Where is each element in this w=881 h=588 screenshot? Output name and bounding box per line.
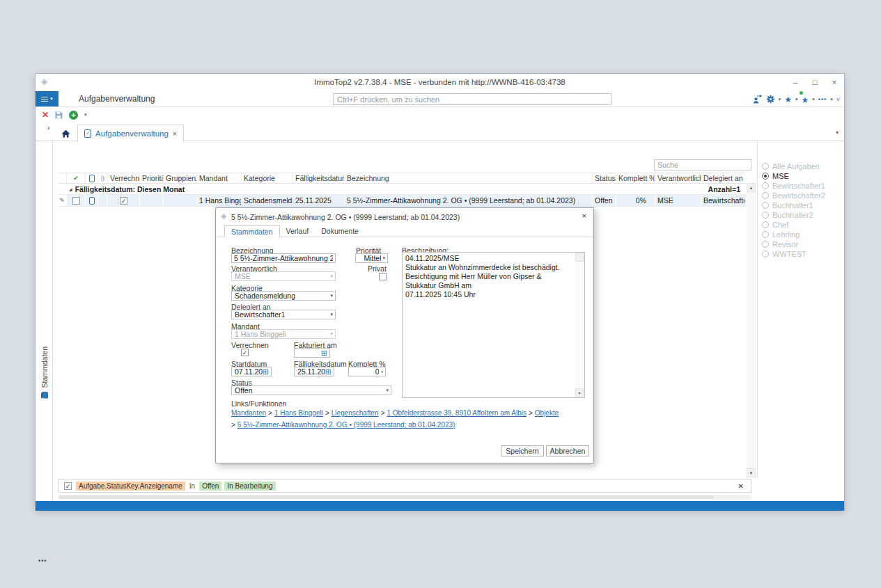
prioritaet-cell[interactable] <box>140 195 164 206</box>
filter-enabled-checkbox[interactable]: ✓ <box>64 482 72 490</box>
mandant-cell[interactable]: 1 Hans Binggeli <box>197 195 242 206</box>
more-dropdown-icon[interactable]: ▾ <box>830 97 833 102</box>
user-filter-revisor[interactable]: Revisor <box>762 240 798 248</box>
user-filter-wwtest[interactable]: WWTEST <box>762 250 806 258</box>
user-filter-alle-aufgaben[interactable]: Alle Aufgaben <box>762 162 820 170</box>
breadcrumb-link-objekte[interactable]: Objekte <box>535 409 559 417</box>
more-actions-icon[interactable]: ••• <box>818 96 827 103</box>
gruppierung-cell[interactable] <box>164 195 197 206</box>
faelligkeitsdatum-date-input[interactable]: 25.11.2025⊞ <box>294 367 334 376</box>
col-prioritaet[interactable]: Priorität <box>140 173 164 183</box>
col-kategorie[interactable]: Kategorie <box>242 173 293 183</box>
calendar-icon[interactable]: ⊞ <box>263 368 269 376</box>
startdatum-date-input[interactable]: 07.11.2025⊞ <box>231 367 272 376</box>
verrechnen-checkbox[interactable]: ✓ <box>120 197 127 205</box>
delegiert-select[interactable]: Bewirtschafter1▾ <box>231 310 336 319</box>
breadcrumb-link-liegenschaften[interactable]: Liegenschaften <box>332 409 379 417</box>
list-search-input[interactable] <box>654 159 751 170</box>
prioritaet-select[interactable]: Mittel▾ <box>355 253 388 263</box>
user-filter-bewirtschafter1[interactable]: Bewirtschafter1 <box>762 182 825 190</box>
done-cell[interactable] <box>67 195 86 206</box>
add-dropdown-icon[interactable]: ▾ <box>84 112 87 118</box>
breadcrumb-link-liegenschaft[interactable]: 1 Obfelderstrasse 39, 8910 Affoltern am … <box>387 409 527 417</box>
tab-list-dropdown-icon[interactable]: ▾ <box>836 129 839 136</box>
rail-overflow-icon[interactable]: ••• <box>38 557 47 564</box>
filter-field-tag[interactable]: Aufgabe.StatusKey.Anzeigename <box>76 482 185 491</box>
kategorie-cell[interactable]: Schadensmeldung <box>242 195 293 206</box>
done-checkbox[interactable] <box>72 197 80 205</box>
col-mandant[interactable]: Mandant <box>197 173 242 183</box>
close-button[interactable]: × <box>825 74 844 91</box>
scroll-up-icon[interactable] <box>575 253 584 262</box>
verantwortlich-cell[interactable]: MSE <box>655 195 701 206</box>
user-filter-chef[interactable]: Chef <box>762 221 788 229</box>
dialog-tab-stammdaten[interactable]: Stammdaten <box>224 225 280 237</box>
breadcrumb-link-mandanten[interactable]: Mandanten <box>231 409 266 417</box>
cancel-button[interactable]: Abbrechen <box>546 445 589 456</box>
scroll-up-icon[interactable]: ▲ <box>747 183 756 192</box>
beschreibung-scrollbar[interactable]: ▾ <box>575 253 584 397</box>
delegiert-cell[interactable]: Bewirtschafter1 <box>701 195 744 206</box>
bezeichnung-cell[interactable]: 5 5½-Zimmer-Attikawohnung 2. OG • (9999 … <box>345 195 593 206</box>
task-row[interactable]: ✎ ✓ 1 Hans Binggeli Schadensmeldung 25.1… <box>58 195 746 207</box>
attachment-column-header[interactable] <box>98 173 108 183</box>
filter-value-in-bearbeitung[interactable]: In Bearbeitung <box>224 482 275 491</box>
scroll-down-icon[interactable]: ▼ <box>747 468 756 477</box>
note-column-header[interactable] <box>86 173 98 183</box>
add-icon[interactable]: + <box>69 111 78 120</box>
collapse-ribbon-icon[interactable]: ˅ <box>836 96 840 103</box>
favorites-dropdown-icon[interactable]: ▾ <box>795 97 798 102</box>
calendar-icon[interactable]: ⊞ <box>321 349 327 357</box>
tab-close-icon[interactable]: × <box>173 130 177 138</box>
scroll-down-icon[interactable]: ▾ <box>575 388 584 397</box>
privat-checkbox[interactable] <box>379 273 387 280</box>
komplett-spinner[interactable]: 0▾ <box>348 367 386 376</box>
col-verantwortlich[interactable]: Verantwortlich <box>655 173 701 183</box>
col-status[interactable]: Status <box>593 173 616 183</box>
bezeichnung-input[interactable] <box>231 253 336 263</box>
user-filter-bewirtschafter2[interactable]: Bewirtschafter2 <box>762 191 825 200</box>
maximize-button[interactable]: □ <box>805 74 825 91</box>
user-filter-buchhalter1[interactable]: Buchhalter1 <box>762 201 813 209</box>
col-verrechnen[interactable]: Verrechnen <box>108 173 140 183</box>
breadcrumb-link-mandant[interactable]: 1 Hans Binggeli <box>274 409 323 417</box>
user-filter-buchhalter2[interactable]: Buchhalter2 <box>762 211 813 219</box>
global-search-input[interactable] <box>333 93 611 105</box>
dialog-tab-verlauf[interactable]: Verlauf <box>280 225 315 237</box>
add-favorite-icon[interactable]: ★ <box>801 93 809 106</box>
beschreibung-textarea[interactable]: 04.11.2025/MSE Stukkatur an Wohnzimmerde… <box>403 253 575 397</box>
expand-panel-icon[interactable]: › <box>47 123 50 132</box>
tab-aufgabenverwaltung[interactable]: ✓ Aufgabenverwaltung × <box>77 125 184 142</box>
delete-icon[interactable]: ✕ <box>42 110 49 120</box>
status-select[interactable]: Offen▾ <box>231 386 391 395</box>
done-column-header[interactable]: ✔ <box>67 173 86 183</box>
favorites-icon[interactable]: ★ <box>784 95 792 104</box>
user-filter-mse[interactable]: MSE <box>762 172 789 180</box>
faelligkeitsdatum-cell[interactable]: 25.11.2025 <box>293 195 345 206</box>
dialog-tab-dokumente[interactable]: Dokumente <box>315 225 365 237</box>
grid-vertical-scrollbar[interactable]: ▲ ▼ <box>747 183 756 477</box>
col-faelligkeitsdatum[interactable]: Fälligkeitsdatum▲ <box>293 173 345 183</box>
status-cell[interactable]: Offen <box>593 195 616 206</box>
verrechnen-checkbox[interactable]: ✓ <box>241 349 249 356</box>
spinner-icons[interactable]: ▾ <box>381 370 383 374</box>
user-filter-lehrling[interactable]: Lehrling <box>762 230 800 239</box>
note-cell[interactable] <box>86 195 98 206</box>
komplett-cell[interactable]: 0% <box>616 195 655 206</box>
user-connect-icon[interactable] <box>753 95 763 104</box>
save-icon[interactable] <box>55 111 63 119</box>
filter-value-offen[interactable]: Offen <box>199 482 221 491</box>
col-bezeichnung[interactable]: Bezeichnung <box>345 173 593 183</box>
verrechnen-cell[interactable]: ✓ <box>108 195 140 206</box>
filter-close-icon[interactable]: ✕ <box>738 482 744 490</box>
horizontal-scrollbar[interactable] <box>58 495 751 500</box>
scrollbar-thumb[interactable] <box>59 495 714 499</box>
col-delegiert[interactable]: Delegiert an <box>701 173 744 183</box>
fakturiert-date-input[interactable]: ⊞ <box>294 348 330 358</box>
filter-operator[interactable]: In <box>189 482 195 490</box>
col-gruppierung[interactable]: Gruppierung <box>164 173 197 183</box>
add-favorite-dropdown-icon[interactable]: ▾ <box>812 97 815 102</box>
dialog-close-icon[interactable]: × <box>582 212 586 220</box>
save-button[interactable]: Speichern <box>501 445 544 456</box>
group-expanded-icon[interactable]: ◢ <box>69 186 72 191</box>
